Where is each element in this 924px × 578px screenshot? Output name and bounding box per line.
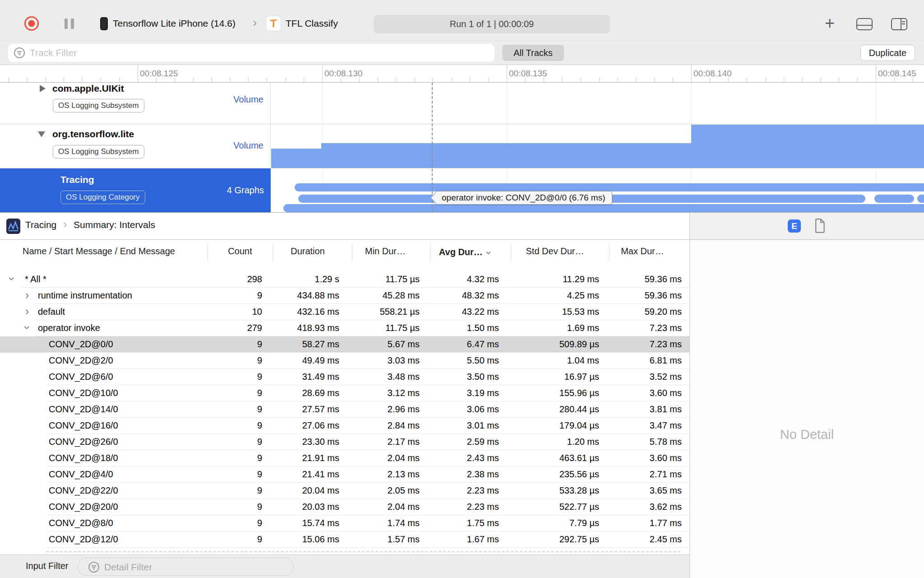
- app-selector[interactable]: TFL Classify: [286, 18, 338, 29]
- cell-count: 9: [257, 534, 262, 545]
- record-icon[interactable]: [24, 16, 39, 31]
- intervals-table[interactable]: ›* All *2981.29 s11.75 µs4.32 ms11.29 ms…: [0, 264, 689, 555]
- cell-duration: 23.30 ms: [302, 437, 339, 447]
- table-row[interactable]: CONV_2D@26/0923.30 ms2.17 ms2.59 ms1.20 …: [0, 434, 689, 450]
- disclosure-expanded-icon[interactable]: ›: [5, 277, 18, 280]
- table-row[interactable]: CONV_2D@10/0928.69 ms3.12 ms3.19 ms155.9…: [0, 385, 689, 401]
- column-header-avg-dur-[interactable]: Avg Dur…›: [439, 246, 490, 258]
- disclosure-collapsed-icon[interactable]: ›: [25, 305, 29, 318]
- toggle-bottom-pane-icon[interactable]: [856, 18, 873, 30]
- cell-max: 3.60 ms: [650, 388, 682, 398]
- table-row[interactable]: CONV_2D@2/0949.49 ms3.03 ms5.50 ms1.04 m…: [0, 353, 689, 369]
- breadcrumb-chevron-icon: ›: [63, 217, 67, 231]
- record-dot-icon: [28, 20, 35, 27]
- column-header-count[interactable]: Count: [228, 246, 252, 256]
- track-name: com.apple.UIKit: [52, 83, 124, 94]
- table-row[interactable]: CONV_2D@20/0920.03 ms2.04 ms2.23 ms522.7…: [0, 499, 689, 515]
- cell-std: 235.56 µs: [559, 469, 599, 480]
- cell-max: 7.23 ms: [650, 323, 682, 333]
- cell-duration: 27.06 ms: [302, 420, 339, 431]
- run-status-display[interactable]: Run 1 of 1 | 00:00:09: [374, 15, 610, 33]
- disclosure-collapsed-icon[interactable]: ›: [25, 289, 29, 302]
- table-header[interactable]: Name / Start Message / End MessageCountD…: [0, 240, 689, 264]
- cell-count: 9: [257, 388, 262, 398]
- table-row[interactable]: ›* All *2981.29 s11.75 µs4.32 ms11.29 ms…: [0, 271, 689, 288]
- track-graph-type[interactable]: Volume: [233, 140, 263, 151]
- cell-std: 509.89 µs: [559, 339, 599, 350]
- cell-count: 9: [257, 339, 262, 350]
- toolbar: Tensorflow Lite iPhone (14.6) › T TFL Cl…: [0, 0, 924, 41]
- cell-min: 3.12 ms: [388, 388, 420, 398]
- no-detail-message: No Detail: [690, 427, 924, 442]
- cell-min: 3.03 ms: [388, 355, 420, 366]
- cell-duration: 49.49 ms: [302, 355, 339, 366]
- detail-filter-placeholder: Detail Filter: [104, 562, 152, 573]
- pause-icon[interactable]: [65, 19, 74, 29]
- disclosure-expanded-icon[interactable]: ›: [21, 326, 34, 329]
- table-row[interactable]: CONV_2D@16/0927.06 ms2.84 ms3.01 ms179.0…: [0, 418, 689, 434]
- column-header-duration[interactable]: Duration: [291, 246, 325, 256]
- cell-avg: 3.50 ms: [467, 372, 499, 382]
- track-filter-input[interactable]: Track Filter: [8, 44, 494, 62]
- table-row[interactable]: ›operator invoke279418.93 ms11.75 µs1.50…: [0, 320, 689, 336]
- cell-max: 1.77 ms: [650, 518, 682, 528]
- timeline-ruler[interactable]: 00:08.12500:08.13000:08.13500:08.14000:0…: [0, 65, 924, 83]
- breadcrumb-leaf[interactable]: Summary: Intervals: [74, 219, 155, 230]
- column-divider: [511, 243, 511, 261]
- column-divider: [208, 243, 208, 261]
- ruler-minor-tick: [802, 78, 802, 82]
- cell-duration: 21.91 ms: [302, 453, 339, 463]
- cell-std: 11.29 ms: [563, 274, 599, 284]
- table-row[interactable]: CONV_2D@6/0931.49 ms3.48 ms3.50 ms16.97 …: [0, 369, 689, 385]
- extended-detail-button[interactable]: E: [788, 219, 801, 233]
- table-row[interactable]: ›runtime instrumentation9434.88 ms45.28 …: [0, 288, 689, 304]
- add-instrument-button[interactable]: +: [825, 14, 835, 33]
- track-area: com.apple.UIKit OS Logging Subsystem Vol…: [0, 83, 924, 212]
- panel-divider[interactable]: [689, 213, 690, 578]
- disclosure-expanded-icon[interactable]: [38, 131, 45, 137]
- device-selector[interactable]: Tensorflow Lite iPhone (14.6): [113, 18, 236, 29]
- cell-std: 4.25 ms: [567, 290, 599, 301]
- iphone-device-icon: [100, 17, 108, 30]
- tooltip-text: operator invoke: CONV_2D@0/0 (6.76 ms): [442, 193, 605, 202]
- track-graph-type[interactable]: 4 Graphs: [227, 185, 264, 196]
- table-row[interactable]: CONV_2D@8/0915.74 ms1.74 ms1.75 ms7.79 µ…: [0, 515, 689, 531]
- track-graph-type[interactable]: Volume: [233, 94, 263, 105]
- column-header-max-dur-[interactable]: Max Dur…: [621, 246, 664, 256]
- cell-name: CONV_2D@22/0: [49, 485, 118, 496]
- cell-min: 2.04 ms: [388, 502, 420, 512]
- cell-count: 9: [257, 372, 262, 382]
- table-row[interactable]: CONV_2D@0/0958.27 ms5.67 ms6.47 ms509.89…: [0, 336, 689, 353]
- cell-min: 2.04 ms: [388, 453, 420, 463]
- all-tracks-button[interactable]: All Tracks: [502, 45, 564, 61]
- ruler-minor-tick: [562, 78, 563, 82]
- track-separator: [0, 168, 924, 168]
- duplicate-button[interactable]: Duplicate: [860, 45, 915, 61]
- column-header-name[interactable]: Name / Start Message / End Message: [23, 246, 175, 256]
- cell-count: 9: [257, 485, 262, 496]
- column-header-std-dev-dur-[interactable]: Std Dev Dur…: [526, 246, 584, 256]
- cell-name: CONV_2D@26/0: [49, 437, 118, 447]
- instrument-icon: [6, 219, 20, 234]
- interval-bar: [874, 195, 914, 203]
- table-row[interactable]: CONV_2D@18/0921.91 ms2.04 ms2.43 ms463.6…: [0, 450, 689, 466]
- disclosure-collapsed-icon[interactable]: [40, 85, 46, 92]
- table-row[interactable]: CONV_2D@12/0915.06 ms1.57 ms1.67 ms292.7…: [0, 531, 689, 548]
- cell-std: 1.69 ms: [567, 323, 599, 333]
- table-row[interactable]: CONV_2D@22/0920.04 ms2.05 ms2.23 ms533.2…: [0, 483, 689, 499]
- document-inspector-icon[interactable]: [814, 219, 826, 233]
- cell-duration: 434.88 ms: [297, 290, 339, 301]
- table-row[interactable]: CONV_2D@14/0927.57 ms2.96 ms3.06 ms280.4…: [0, 401, 689, 418]
- ruler-minor-tick: [230, 78, 231, 82]
- detail-filter-input[interactable]: Detail Filter: [78, 558, 294, 576]
- table-row[interactable]: CONV_2D@4/0921.41 ms2.13 ms2.38 ms235.56…: [0, 466, 689, 483]
- column-divider: [273, 243, 273, 261]
- column-header-min-dur-[interactable]: Min Dur…: [365, 246, 406, 256]
- ruler-minor-tick: [101, 78, 101, 82]
- breadcrumb-root[interactable]: Tracing: [25, 219, 56, 230]
- table-row[interactable]: ›default10432.16 ms558.21 µs43.22 ms15.5…: [0, 304, 689, 320]
- toggle-right-pane-icon[interactable]: [891, 18, 907, 30]
- cell-min: 45.28 ms: [383, 290, 420, 301]
- filter-icon: [14, 47, 25, 59]
- track-row-tracing-selected[interactable]: Tracing OS Logging Category 4 Graphs: [0, 168, 271, 212]
